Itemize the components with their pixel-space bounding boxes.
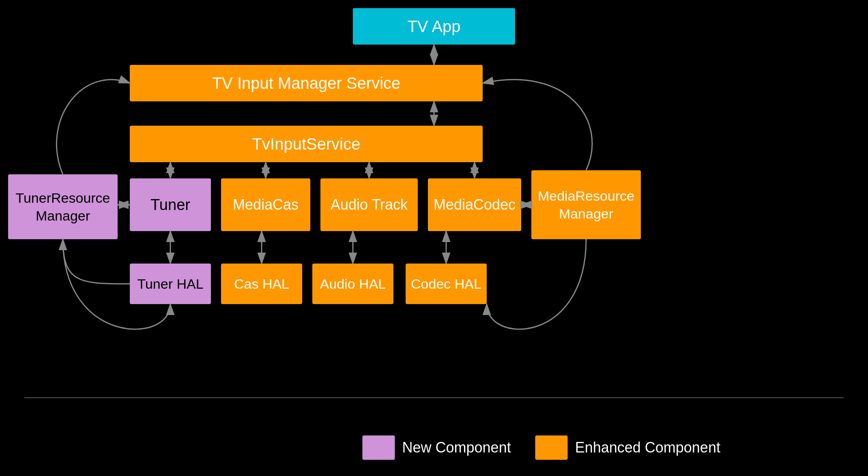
- media-cas-box: MediaCas: [221, 178, 310, 231]
- codec-hal-box: Codec HAL: [406, 264, 487, 304]
- tuner-resource-manager-box: TunerResource Manager: [8, 174, 118, 239]
- media-resource-manager-box: MediaResource Manager: [531, 170, 641, 239]
- legend-new-component: New Component: [363, 435, 511, 460]
- audio-track-box: Audio Track: [320, 178, 418, 231]
- cas-hal-box: Cas HAL: [221, 264, 302, 304]
- tuner-hal-box: Tuner HAL: [130, 264, 211, 304]
- audio-hal-box: Audio HAL: [312, 264, 393, 304]
- legend-new-component-box: [363, 435, 395, 460]
- legend-enhanced-component: Enhanced Component: [535, 435, 720, 460]
- legend-new-component-label: New Component: [402, 439, 511, 456]
- tuner-box: Tuner: [130, 178, 211, 231]
- tv-app-box: TV App: [353, 8, 515, 45]
- tv-input-service-box: TvInputService: [130, 126, 483, 162]
- legend-enhanced-component-box: [535, 435, 568, 460]
- tv-input-manager-box: TV Input Manager Service: [130, 65, 483, 101]
- legend: New Component Enhanced Component: [363, 435, 720, 460]
- diagram-container: TV App TV Input Manager Service TvInputS…: [0, 0, 868, 476]
- media-codec-box: MediaCodec: [428, 178, 521, 231]
- divider: [24, 397, 844, 398]
- legend-enhanced-component-label: Enhanced Component: [575, 439, 720, 456]
